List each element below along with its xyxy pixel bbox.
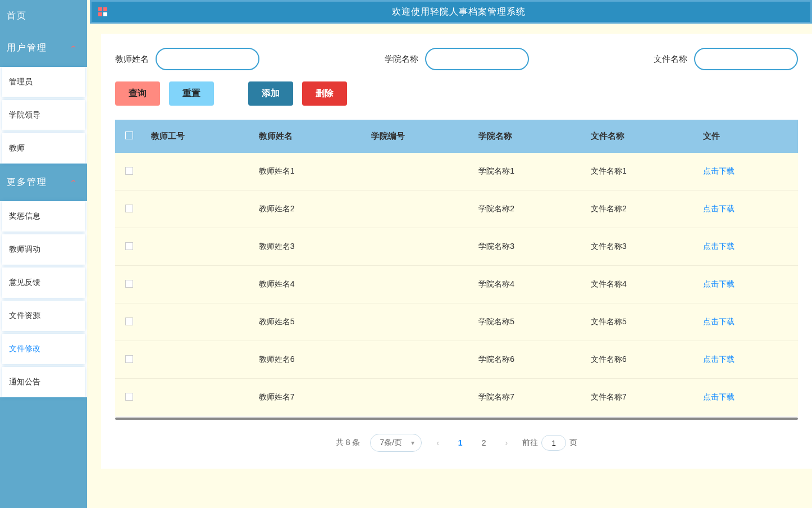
cell-college-id bbox=[363, 266, 471, 303]
chevron-up-icon: ⌃ bbox=[69, 44, 79, 53]
app-grid-icon[interactable] bbox=[98, 7, 107, 16]
cell-file-name: 文件名称6 bbox=[583, 341, 695, 379]
row-checkbox[interactable] bbox=[125, 205, 133, 212]
cell-teacher-id bbox=[143, 303, 251, 341]
download-link[interactable]: 点击下载 bbox=[703, 166, 735, 175]
sidebar-group-more-mgmt[interactable]: 更多管理 ⌃ bbox=[0, 166, 87, 198]
cell-teacher-name: 教师姓名7 bbox=[251, 379, 363, 416]
table-row: 教师姓名2学院名称2文件名称2点击下载 bbox=[115, 190, 798, 228]
download-link[interactable]: 点击下载 bbox=[703, 355, 735, 364]
table-row: 教师姓名3学院名称3文件名称3点击下载 bbox=[115, 228, 798, 266]
sidebar-item-file-modify[interactable]: 文件修改 bbox=[2, 334, 85, 364]
cell-teacher-id bbox=[143, 379, 251, 416]
cell-teacher-name: 教师姓名4 bbox=[251, 266, 363, 303]
cell-college-id bbox=[363, 303, 471, 341]
table-row: 教师姓名1学院名称1文件名称1点击下载 bbox=[115, 153, 798, 190]
table-row: 教师姓名4学院名称4文件名称4点击下载 bbox=[115, 266, 798, 303]
search-button[interactable]: 查询 bbox=[115, 81, 160, 106]
page-1[interactable]: 1 bbox=[454, 436, 467, 450]
goto-suffix: 页 bbox=[569, 438, 577, 448]
row-checkbox[interactable] bbox=[125, 280, 133, 288]
sidebar-item-file-resource[interactable]: 文件资源 bbox=[2, 301, 85, 331]
sidebar-sub-user: 管理员 学院领导 教师 bbox=[0, 67, 87, 164]
sidebar-group-label: 更多管理 bbox=[7, 177, 47, 187]
add-button[interactable]: 添加 bbox=[248, 81, 293, 106]
row-checkbox[interactable] bbox=[125, 355, 133, 363]
page-total: 共 8 条 bbox=[336, 438, 361, 448]
chevron-up-icon: ⌃ bbox=[69, 179, 79, 187]
sidebar-item-reward-punishment[interactable]: 奖惩信息 bbox=[2, 201, 85, 232]
download-link[interactable]: 点击下载 bbox=[703, 242, 735, 251]
download-link[interactable]: 点击下载 bbox=[703, 204, 735, 213]
col-file-name: 文件名称 bbox=[583, 120, 695, 153]
cell-teacher-name: 教师姓名3 bbox=[251, 228, 363, 266]
sidebar-group-user-mgmt[interactable]: 用户管理 ⌃ bbox=[0, 32, 87, 64]
file-name-input[interactable] bbox=[694, 48, 798, 70]
cell-file-name: 文件名称5 bbox=[583, 303, 695, 341]
download-link[interactable]: 点击下载 bbox=[703, 279, 735, 288]
college-name-input[interactable] bbox=[425, 48, 529, 70]
row-checkbox[interactable] bbox=[125, 167, 133, 175]
cell-college-name: 学院名称1 bbox=[471, 153, 583, 190]
cell-college-id bbox=[363, 190, 471, 228]
download-link[interactable]: 点击下载 bbox=[703, 392, 735, 401]
filter-label-college-name: 学院名称 bbox=[385, 54, 418, 65]
sidebar-item-feedback[interactable]: 意见反馈 bbox=[2, 267, 85, 298]
button-row: 查询 重置 添加 删除 bbox=[115, 81, 798, 106]
page-prev[interactable]: ‹ bbox=[432, 436, 444, 450]
sidebar-item-teacher[interactable]: 教师 bbox=[2, 133, 85, 164]
sidebar-item-teacher-transfer[interactable]: 教师调动 bbox=[2, 234, 85, 265]
cell-college-name: 学院名称7 bbox=[471, 379, 583, 416]
cell-file-name: 文件名称7 bbox=[583, 379, 695, 416]
row-checkbox[interactable] bbox=[125, 393, 133, 401]
cell-file-name: 文件名称1 bbox=[583, 153, 695, 190]
filter-label-teacher-name: 教师姓名 bbox=[115, 54, 149, 65]
sidebar-group-label: 用户管理 bbox=[7, 43, 47, 52]
page-goto: 前往 页 bbox=[522, 435, 577, 451]
sidebar-item-notice[interactable]: 通知公告 bbox=[2, 367, 85, 397]
topbar: 欢迎使用轻院人事档案管理系统 bbox=[90, 0, 812, 24]
col-teacher-id: 教师工号 bbox=[143, 120, 251, 153]
row-checkbox[interactable] bbox=[125, 242, 133, 250]
reset-button[interactable]: 重置 bbox=[169, 81, 214, 106]
cell-college-id bbox=[363, 228, 471, 266]
download-link[interactable]: 点击下载 bbox=[703, 317, 735, 326]
page-size-select[interactable]: 7条/页 bbox=[370, 434, 422, 452]
cell-teacher-id bbox=[143, 266, 251, 303]
cell-teacher-name: 教师姓名5 bbox=[251, 303, 363, 341]
delete-button[interactable]: 删除 bbox=[302, 81, 347, 106]
col-teacher-name: 教师姓名 bbox=[251, 120, 363, 153]
goto-input[interactable] bbox=[541, 435, 566, 451]
cell-college-name: 学院名称3 bbox=[471, 228, 583, 266]
row-checkbox[interactable] bbox=[125, 318, 133, 325]
col-college-name: 学院名称 bbox=[471, 120, 583, 153]
cell-college-name: 学院名称2 bbox=[471, 190, 583, 228]
sidebar-item-college-leader[interactable]: 学院领导 bbox=[2, 100, 85, 130]
cell-file-name: 文件名称2 bbox=[583, 190, 695, 228]
cell-file-name: 文件名称4 bbox=[583, 266, 695, 303]
data-table: 教师工号 教师姓名 学院编号 学院名称 文件名称 文件 教师姓名1学院名称1文件… bbox=[115, 120, 798, 416]
cell-teacher-name: 教师姓名2 bbox=[251, 190, 363, 228]
page-next[interactable]: › bbox=[500, 436, 512, 450]
cell-file-name: 文件名称3 bbox=[583, 228, 695, 266]
cell-teacher-id bbox=[143, 341, 251, 379]
cell-college-name: 学院名称5 bbox=[471, 303, 583, 341]
cell-college-id bbox=[363, 341, 471, 379]
sidebar-home[interactable]: 首页 bbox=[0, 0, 87, 32]
select-all-checkbox[interactable] bbox=[125, 131, 133, 139]
cell-teacher-id bbox=[143, 190, 251, 228]
cell-college-id bbox=[363, 379, 471, 416]
table-row: 教师姓名6学院名称6文件名称6点击下载 bbox=[115, 341, 798, 379]
cell-teacher-id bbox=[143, 153, 251, 190]
page-2[interactable]: 2 bbox=[477, 436, 491, 450]
goto-prefix: 前往 bbox=[522, 438, 538, 448]
sidebar-sub-more: 奖惩信息 教师调动 意见反馈 文件资源 文件修改 通知公告 bbox=[0, 201, 87, 397]
teacher-name-input[interactable] bbox=[156, 48, 259, 70]
sidebar-item-admin[interactable]: 管理员 bbox=[2, 67, 85, 97]
col-college-id: 学院编号 bbox=[363, 120, 471, 153]
cell-college-name: 学院名称4 bbox=[471, 266, 583, 303]
cell-teacher-name: 教师姓名6 bbox=[251, 341, 363, 379]
cell-college-id bbox=[363, 153, 471, 190]
col-file: 文件 bbox=[695, 120, 798, 153]
page-title: 欢迎使用轻院人事档案管理系统 bbox=[107, 6, 810, 18]
